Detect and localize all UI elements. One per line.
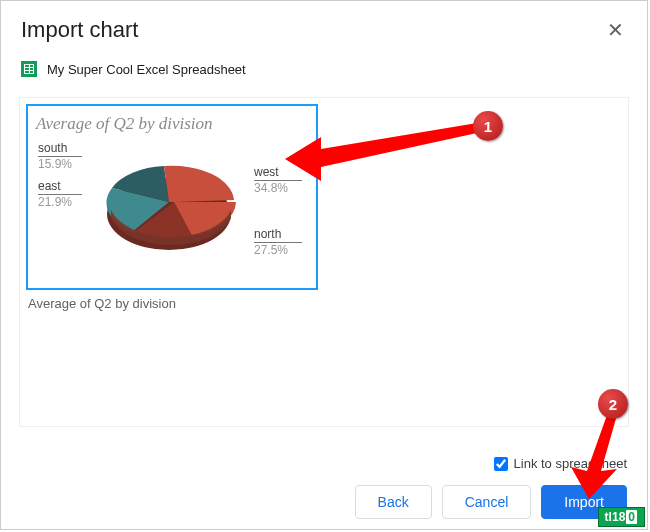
chart-title: Average of Q2 by division <box>36 114 308 134</box>
pie-chart: south 15.9% east 21.9% west 34.8% north … <box>36 140 308 280</box>
source-file-row: My Super Cool Excel Spreadsheet <box>1 51 647 91</box>
link-to-spreadsheet-checkbox[interactable] <box>494 457 508 471</box>
dialog-title: Import chart <box>21 17 138 43</box>
close-icon[interactable]: ✕ <box>603 18 627 42</box>
chart-selection-area: Average of Q2 by division <box>19 97 629 427</box>
link-checkbox-row: Link to spreadsheet <box>21 456 627 471</box>
annotation-badge-2: 2 <box>598 389 628 419</box>
slice-label-north: north 27.5% <box>254 228 302 257</box>
watermark: tl180 <box>598 507 645 527</box>
slice-pct: 15.9% <box>38 157 72 171</box>
cancel-button[interactable]: Cancel <box>442 485 532 519</box>
slice-label-west: west 34.8% <box>254 166 302 195</box>
slice-label-south: south 15.9% <box>38 142 82 171</box>
back-button[interactable]: Back <box>355 485 432 519</box>
slice-region: north <box>254 228 302 243</box>
pie-chart-svg <box>94 152 244 272</box>
source-file-name: My Super Cool Excel Spreadsheet <box>47 62 246 77</box>
annotation-badge-1: 1 <box>473 111 503 141</box>
chart-thumbnail[interactable]: Average of Q2 by division <box>26 104 318 290</box>
slice-pct: 34.8% <box>254 181 288 195</box>
slice-pct: 21.9% <box>38 195 72 209</box>
slice-region: west <box>254 166 302 181</box>
dialog-footer: Link to spreadsheet Back Cancel Import <box>1 444 647 529</box>
slice-label-east: east 21.9% <box>38 180 82 209</box>
link-to-spreadsheet-label: Link to spreadsheet <box>514 456 627 471</box>
button-row: Back Cancel Import <box>21 485 627 519</box>
google-sheets-icon <box>21 61 37 77</box>
import-chart-dialog: Import chart ✕ My Super Cool Excel Sprea… <box>0 0 648 530</box>
slice-region: east <box>38 180 82 195</box>
chart-caption: Average of Q2 by division <box>28 296 176 311</box>
dialog-header: Import chart ✕ <box>1 1 647 51</box>
slice-region: south <box>38 142 82 157</box>
slice-pct: 27.5% <box>254 243 288 257</box>
